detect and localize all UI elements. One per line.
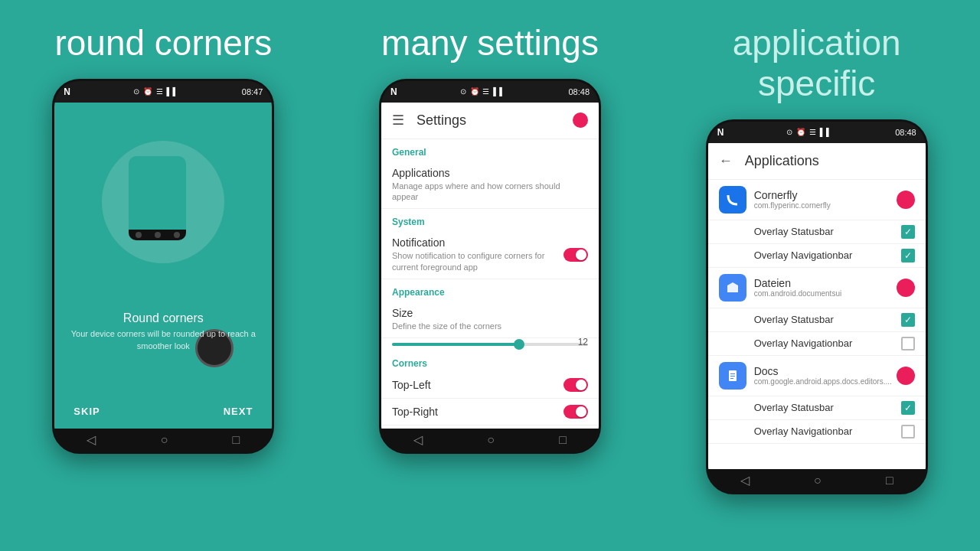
apps-list: Cornerfly com.flyperinc.cornerfly Overla… <box>708 180 926 469</box>
docs-name: Docs <box>754 365 897 377</box>
phone3-back-btn[interactable]: ◁ <box>740 473 750 487</box>
docs-toggle[interactable] <box>897 367 915 385</box>
section-appearance: Appearance <box>381 279 599 301</box>
app-item-docs[interactable]: Docs com.google.android.apps.docs.editor… <box>708 356 926 396</box>
settings-item-top-right-title: Top-Right <box>392 406 564 418</box>
app-item-dateien[interactable]: Dateien com.android.documentsui <box>708 268 926 308</box>
phone2-recent-btn[interactable]: □ <box>559 433 567 447</box>
skip-button[interactable]: SKIP <box>74 406 100 417</box>
settings-item-top-right[interactable]: Top-Right <box>381 399 599 425</box>
size-slider-thumb[interactable] <box>514 339 524 350</box>
cornerfly-overlay-nav[interactable]: Overlay Navigationbar ✓ <box>708 244 926 268</box>
notification-toggle[interactable] <box>564 248 588 262</box>
docs-overlay-status-checkbox[interactable]: ✓ <box>901 401 915 415</box>
phone3-status-icons: ⊙ ⏰ ☰ ▌▌ <box>786 128 832 136</box>
phone1-inner-phone <box>129 156 186 240</box>
settings-item-size-title: Size <box>392 307 588 319</box>
title-app-specific: application specific <box>733 23 901 104</box>
settings-item-notification-texts: Notification Show notification to config… <box>392 236 564 272</box>
phone1-home-btn[interactable]: ○ <box>161 433 168 447</box>
phone1-bottom-bar: ◁ ○ □ <box>54 429 272 452</box>
docs-overlay-nav-label: Overlay Navigationbar <box>719 425 901 437</box>
phone1-time: 08:47 <box>242 87 263 96</box>
settings-item-top-left-texts: Top-Left <box>392 379 564 391</box>
dateien-overlay-nav-label: Overlay Navigationbar <box>719 337 901 349</box>
phone1-inner-nav <box>129 230 186 240</box>
column-app-specific: application specific N ⊙ ⏰ ☰ ▌▌ 08:48 ← … <box>653 0 980 551</box>
dateien-overlay-status-label: Overlay Statusbar <box>719 314 901 325</box>
phone1-content: Round corners Your device corners will b… <box>54 103 272 429</box>
main-container: round corners N ⊙ ⏰ ☰ ▌▌ 08:47 <box>0 0 980 551</box>
dateien-toggle[interactable] <box>897 279 915 297</box>
phone1-main-title: Round corners <box>70 311 256 325</box>
phone1-nav-recent <box>174 232 180 238</box>
settings-item-applications-title: Applications <box>392 167 588 179</box>
dateien-overlay-nav-checkbox[interactable] <box>901 337 915 350</box>
size-slider-fill <box>392 343 519 346</box>
settings-title: Settings <box>416 112 573 129</box>
cornerfly-icon <box>719 186 746 214</box>
phone1-text-area: Round corners Your device corners will b… <box>54 311 272 352</box>
cornerfly-overlay-status[interactable]: Overlay Statusbar ✓ <box>708 220 926 244</box>
phone2-home-btn[interactable]: ○ <box>487 433 495 447</box>
svg-rect-0 <box>724 191 742 209</box>
docs-icon <box>719 362 746 390</box>
phone1-logo: N <box>64 86 70 97</box>
settings-item-top-left[interactable]: Top-Left <box>381 372 599 399</box>
section-corners: Corners <box>381 350 599 372</box>
settings-item-applications[interactable]: Applications Manage apps where and how c… <box>381 161 599 210</box>
cornerfly-name: Cornerfly <box>754 189 897 201</box>
phone1-circle <box>102 141 224 263</box>
cornerfly-overlay-nav-checkbox[interactable]: ✓ <box>901 249 915 262</box>
dateien-overlay-status[interactable]: Overlay Statusbar ✓ <box>708 308 926 332</box>
settings-item-size[interactable]: Size Define the size of the corners <box>381 301 599 338</box>
cornerfly-overlay-nav-label: Overlay Navigationbar <box>719 249 901 261</box>
dateien-overlay-nav[interactable]: Overlay Navigationbar <box>708 332 926 356</box>
size-slider-container: 12 <box>381 338 599 350</box>
phone1-back-btn[interactable]: ◁ <box>87 432 96 447</box>
dateien-overlay-status-checkbox[interactable]: ✓ <box>901 313 915 327</box>
dateien-package: com.android.documentsui <box>754 289 897 298</box>
phone1-recent-btn[interactable]: □ <box>233 433 240 447</box>
column-round-corners: round corners N ⊙ ⏰ ☰ ▌▌ 08:47 <box>0 0 327 551</box>
docs-overlay-status[interactable]: Overlay Statusbar ✓ <box>708 396 926 420</box>
phone2-status-icons: ⊙ ⏰ ☰ ▌▌ <box>460 87 506 96</box>
settings-item-notification-subtitle: Show notification to configure corners f… <box>392 250 564 272</box>
next-button[interactable]: NEXT <box>224 406 253 417</box>
docs-overlay-status-label: Overlay Statusbar <box>719 402 901 413</box>
section-system: System <box>381 209 599 230</box>
docs-overlay-nav-checkbox[interactable] <box>901 425 915 439</box>
settings-red-dot <box>573 112 588 128</box>
phone2-back-btn[interactable]: ◁ <box>413 432 423 447</box>
phone3-recent-btn[interactable]: □ <box>886 474 893 487</box>
settings-item-notification[interactable]: Notification Show notification to config… <box>381 230 599 279</box>
settings-toolbar: ☰ Settings <box>381 103 599 139</box>
phone2-logo: N <box>390 86 397 97</box>
phone-1: N ⊙ ⏰ ☰ ▌▌ 08:47 <box>52 79 274 454</box>
settings-list: General Applications Manage apps where a… <box>381 139 599 429</box>
top-left-toggle[interactable] <box>564 378 588 392</box>
phone3-logo: N <box>717 127 724 138</box>
cornerfly-toggle[interactable] <box>897 191 915 209</box>
apps-toolbar: ← Applications <box>708 143 926 180</box>
phone3-home-btn[interactable]: ○ <box>814 474 822 487</box>
docs-overlay-nav[interactable]: Overlay Navigationbar <box>708 420 926 444</box>
app-item-cornerfly[interactable]: Cornerfly com.flyperinc.cornerfly <box>708 180 926 220</box>
phone-2: N ⊙ ⏰ ☰ ▌▌ 08:48 ☰ Settings General <box>379 79 601 454</box>
cornerfly-texts: Cornerfly com.flyperinc.cornerfly <box>754 189 897 210</box>
phone1-status-icons: ⊙ ⏰ ☰ ▌▌ <box>133 87 179 96</box>
phone1-nav-home <box>155 232 161 238</box>
size-slider-track[interactable]: 12 <box>392 343 588 346</box>
menu-icon[interactable]: ☰ <box>392 112 404 129</box>
top-right-toggle[interactable] <box>564 405 588 419</box>
phone2-bottom-bar: ◁ ○ □ <box>381 429 599 452</box>
settings-item-top-right-texts: Top-Right <box>392 406 564 418</box>
apps-title: Applications <box>745 153 819 169</box>
settings-item-size-subtitle: Define the size of the corners <box>392 321 588 331</box>
phone3-bottom-bar: ◁ ○ □ <box>708 469 926 492</box>
phone1-main-subtitle: Your device corners will be rounded up t… <box>70 328 256 352</box>
back-icon[interactable]: ← <box>719 153 733 169</box>
svg-rect-4 <box>730 373 735 374</box>
cornerfly-overlay-status-checkbox[interactable]: ✓ <box>901 225 915 239</box>
phone-3: N ⊙ ⏰ ☰ ▌▌ 08:48 ← Applications <box>706 119 928 494</box>
